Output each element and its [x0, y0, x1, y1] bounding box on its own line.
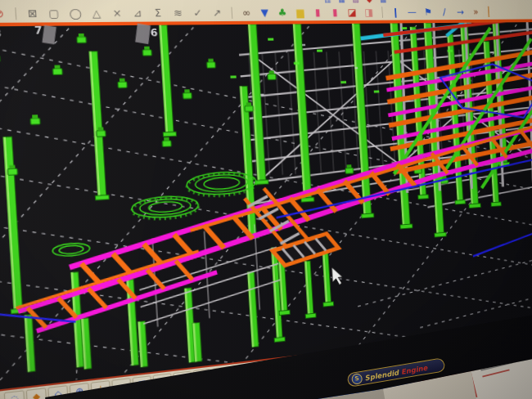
plate-faded-icon[interactable]: ◨: [363, 7, 375, 18]
sticker-accent-label: Engine: [400, 363, 428, 375]
grid-label-6: 6: [150, 27, 158, 39]
toolbar-separator: [381, 7, 383, 18]
toolbar-separator: [15, 7, 16, 20]
rebar-bar-icon[interactable]: ▏: [486, 7, 497, 17]
toolbar-group-detail: ❙—⚑∕→»▏: [390, 7, 496, 18]
search-binoculars-icon[interactable]: ∞: [241, 7, 253, 19]
check-tool-icon[interactable]: ✓: [192, 7, 204, 19]
toolbar-separator: [231, 7, 232, 19]
notes-yellow-icon[interactable]: ▆: [294, 7, 306, 18]
pen-pink-1-icon[interactable]: ▮: [312, 7, 323, 18]
angle-tool-icon[interactable]: ⊿: [131, 7, 144, 20]
model-tree-icon[interactable]: ♣: [277, 7, 289, 18]
toolbar-group-model: ∞▼♣▆▮▮◪◨: [241, 7, 375, 19]
toolbar-group-shapes: ⊠▢◯△×⊿Σ≋✓↗: [25, 7, 223, 20]
fast-forward-icon[interactable]: »: [471, 7, 481, 17]
triangle-tool-icon[interactable]: △: [90, 7, 103, 20]
wave-tool-icon[interactable]: ≋: [172, 7, 185, 20]
freehand-strike-icon[interactable]: ⊘: [0, 7, 7, 20]
weld-slash-icon[interactable]: ∕: [439, 7, 449, 17]
grid-bubble-tab: [135, 24, 151, 44]
flag-tool-icon[interactable]: ⚑: [422, 7, 433, 17]
clip-bracket-icon[interactable]: ❙: [390, 7, 401, 18]
mouse-cursor-icon: [331, 267, 343, 286]
arrow-se-tool-icon[interactable]: →: [455, 7, 466, 17]
grid-bubble-tab: [42, 25, 56, 45]
splendid-badge-icon: S: [351, 373, 363, 385]
cross-tool-icon[interactable]: ×: [110, 7, 124, 20]
rect-tool-icon[interactable]: ▢: [47, 7, 61, 20]
arrow-ne-tool-icon[interactable]: ↗: [211, 7, 223, 19]
dim-line-icon[interactable]: —: [407, 7, 418, 18]
plate-red-icon[interactable]: ◪: [346, 7, 358, 18]
toolbar-group-draw: ◡◡⊘: [0, 7, 7, 20]
circle-tool-icon[interactable]: ◯: [69, 7, 83, 20]
monitor-photo: ▥▦▧◆▩ ◡◡⊘ ⊠▢◯△×⊿Σ≋✓↗ ∞▼♣▆▮▮◪◨ ❙—⚑∕→»▏: [0, 0, 532, 399]
sticker-main-label: Splendid: [364, 368, 399, 382]
filter-funnel-icon[interactable]: ▼: [259, 7, 271, 18]
snap-endpoint-icon[interactable]: ◆: [26, 388, 47, 399]
grid-label-7: 7: [34, 25, 43, 37]
fit-window-icon[interactable]: ⊠: [25, 7, 39, 20]
pen-pink-2-icon[interactable]: ▮: [329, 7, 340, 18]
snap-points-icon[interactable]: ◌: [4, 390, 25, 399]
sum-tool-icon[interactable]: Σ: [151, 7, 165, 20]
